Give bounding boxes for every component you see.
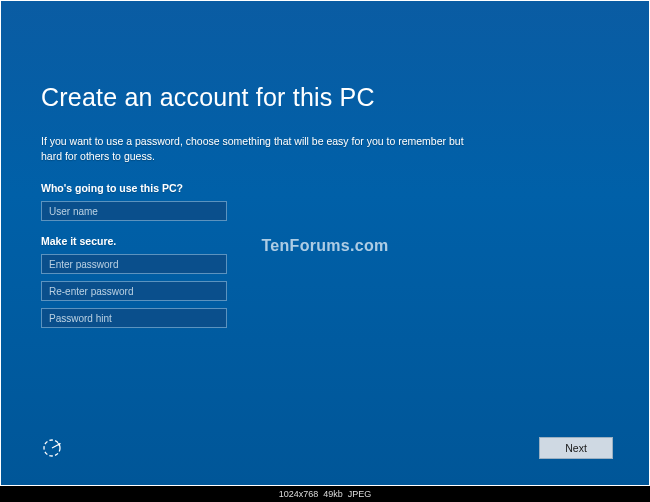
image-info-bar: 1024x768 49kb JPEG — [0, 486, 650, 502]
username-input[interactable] — [41, 201, 227, 221]
ease-of-access-icon[interactable] — [41, 437, 63, 459]
image-size: 49kb — [323, 489, 343, 499]
page-subtitle: If you want to use a password, choose so… — [41, 134, 471, 164]
image-format: JPEG — [348, 489, 372, 499]
image-dims: 1024x768 — [279, 489, 319, 499]
password-input[interactable] — [41, 254, 227, 274]
password-hint-input[interactable] — [41, 308, 227, 328]
secure-section-label: Make it secure. — [41, 235, 609, 247]
reenter-password-input[interactable] — [41, 281, 227, 301]
page-title: Create an account for this PC — [41, 83, 609, 112]
next-button[interactable]: Next — [539, 437, 613, 459]
user-section-label: Who's going to use this PC? — [41, 182, 609, 194]
oobe-screen: Create an account for this PC If you wan… — [1, 1, 649, 485]
